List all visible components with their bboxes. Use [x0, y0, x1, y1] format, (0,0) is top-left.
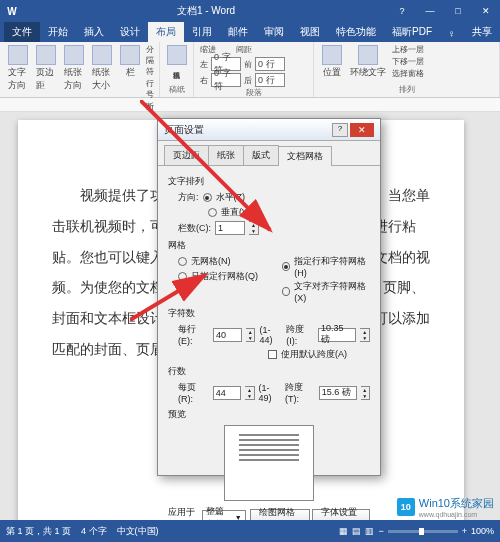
perpage-range: (1-49) [259, 383, 281, 403]
columns-input[interactable]: 1 [215, 221, 245, 235]
breaks-button[interactable]: 分隔符 [146, 44, 154, 77]
text-direction-label: 文字方向 [8, 66, 28, 92]
zoom-slider[interactable] [388, 530, 458, 533]
tab-tellme[interactable]: ♀ [440, 25, 464, 42]
perpage-spinner[interactable]: ▲▼ [245, 386, 254, 400]
view-readmode-icon[interactable]: ▦ [339, 526, 348, 536]
group-paragraph-label: 段落 [200, 87, 307, 98]
tab-file[interactable]: 文件 [4, 22, 40, 42]
tab-design[interactable]: 设计 [112, 22, 148, 42]
dlg-tab-paper[interactable]: 纸张 [208, 145, 244, 165]
tab-special[interactable]: 特色功能 [328, 22, 384, 42]
tab-references[interactable]: 引用 [184, 22, 220, 42]
zoom-in-button[interactable]: + [462, 526, 467, 536]
page-setup-dialog: 页面设置 ? ✕ 页边距 纸张 版式 文档网格 文字排列 方向: 水平(Z) 垂… [157, 118, 381, 476]
preview-section-label: 预览 [168, 408, 370, 421]
radio-nogrid-label: 无网格(N) [191, 255, 231, 268]
status-lang[interactable]: 中文(中国) [117, 525, 159, 538]
columns-button[interactable]: 栏 [118, 44, 142, 80]
spacing-after-input[interactable]: 0 行 [255, 73, 285, 87]
direction-label: 方向: [178, 191, 199, 204]
indent-right-input[interactable]: 0 字符 [211, 73, 241, 87]
maximize-button[interactable]: □ [444, 0, 472, 22]
perline-spinner[interactable]: ▲▼ [246, 328, 256, 342]
radio-align[interactable] [282, 287, 290, 296]
status-words[interactable]: 4 个字 [81, 525, 107, 538]
perline-range: (1-44) [259, 325, 282, 345]
radio-vertical-label: 垂直(V) [221, 206, 251, 219]
share-button[interactable]: 共享 [464, 22, 500, 42]
dialog-close-button[interactable]: ✕ [350, 123, 374, 137]
text-direction-icon [8, 45, 28, 65]
lines-section-label: 行数 [168, 365, 370, 378]
tab-view[interactable]: 视图 [292, 22, 328, 42]
columns-label: 栏数(C): [178, 222, 211, 235]
position-button[interactable]: 位置 [320, 44, 344, 80]
columns-spinner[interactable]: ▲▼ [249, 221, 259, 235]
grid-section-label: 网格 [168, 239, 370, 252]
columns-label: 栏 [126, 66, 135, 79]
minimize-button[interactable]: — [416, 0, 444, 22]
manuscript-button[interactable]: 稿纸设置 [166, 44, 187, 67]
margins-button[interactable]: 页边距 [34, 44, 58, 93]
margins-icon [36, 45, 56, 65]
manuscript-icon [167, 45, 187, 65]
charpitch-label: 跨度(I): [286, 323, 314, 346]
size-label: 纸张大小 [92, 66, 112, 92]
spacing-after-label: 后 [244, 75, 252, 86]
radio-align-label: 文字对齐字符网格(X) [294, 280, 370, 303]
bring-forward-button[interactable]: 上移一层 [392, 44, 424, 55]
orientation-label: 纸张方向 [64, 66, 84, 92]
margins-label: 页边距 [36, 66, 56, 92]
spacing-before-input[interactable]: 0 行 [255, 57, 285, 71]
spacing-before-label: 前 [244, 59, 252, 70]
tab-pdf[interactable]: 福昕PDF [384, 22, 440, 42]
dlg-tab-layout[interactable]: 版式 [243, 145, 279, 165]
linenumbers-button[interactable]: 行号 [146, 78, 154, 100]
chars-section-label: 字符数 [168, 307, 370, 320]
wrap-button[interactable]: 环绕文字 [348, 44, 388, 80]
linepitch-spinner[interactable]: ▲▼ [361, 386, 370, 400]
radio-lineonly-label: 只指定行网格(Q) [191, 270, 258, 283]
dlg-tab-grid[interactable]: 文档网格 [278, 146, 332, 166]
radio-chargrid[interactable] [282, 262, 290, 271]
status-page[interactable]: 第 1 页，共 1 页 [6, 525, 71, 538]
radio-chargrid-label: 指定行和字符网格(H) [294, 255, 370, 278]
default-pitch-checkbox[interactable] [268, 350, 277, 359]
charpitch-input[interactable]: 10.35 磅 [318, 328, 356, 342]
tab-mailings[interactable]: 邮件 [220, 22, 256, 42]
radio-horizontal-label: 水平(Z) [216, 191, 246, 204]
spacing-label: 间距 [236, 44, 252, 55]
linepitch-input[interactable]: 15.6 磅 [319, 386, 357, 400]
send-backward-button[interactable]: 下移一层 [392, 56, 424, 67]
view-web-icon[interactable]: ▥ [365, 526, 374, 536]
radio-lineonly[interactable] [178, 272, 187, 281]
close-button[interactable]: ✕ [472, 0, 500, 22]
radio-vertical[interactable] [208, 208, 217, 217]
dlg-tab-margins[interactable]: 页边距 [164, 145, 209, 165]
perpage-input[interactable]: 44 [213, 386, 241, 400]
view-print-icon[interactable]: ▤ [352, 526, 361, 536]
charpitch-spinner[interactable]: ▲▼ [360, 328, 370, 342]
linepitch-label: 跨度(T): [285, 381, 315, 404]
preview-box [224, 425, 314, 501]
dialog-help-button[interactable]: ? [332, 123, 348, 137]
tab-insert[interactable]: 插入 [76, 22, 112, 42]
perpage-label: 每页(R): [178, 381, 209, 404]
tab-review[interactable]: 审阅 [256, 22, 292, 42]
radio-nogrid[interactable] [178, 257, 187, 266]
watermark-url: www.qdhuajin.com [419, 511, 494, 518]
radio-horizontal[interactable] [203, 193, 212, 202]
orientation-button[interactable]: 纸张方向 [62, 44, 86, 93]
zoom-out-button[interactable]: − [378, 526, 383, 536]
size-button[interactable]: 纸张大小 [90, 44, 114, 93]
tab-home[interactable]: 开始 [40, 22, 76, 42]
watermark: 10 Win10系统家园 www.qdhuajin.com [397, 496, 494, 518]
zoom-value[interactable]: 100% [471, 526, 494, 536]
tab-layout[interactable]: 布局 [148, 22, 184, 42]
help-button[interactable]: ? [388, 0, 416, 22]
perline-input[interactable]: 40 [213, 328, 242, 342]
position-icon [322, 45, 342, 65]
text-direction-button[interactable]: 文字方向 [6, 44, 30, 93]
selection-pane-button[interactable]: 选择窗格 [392, 68, 424, 79]
